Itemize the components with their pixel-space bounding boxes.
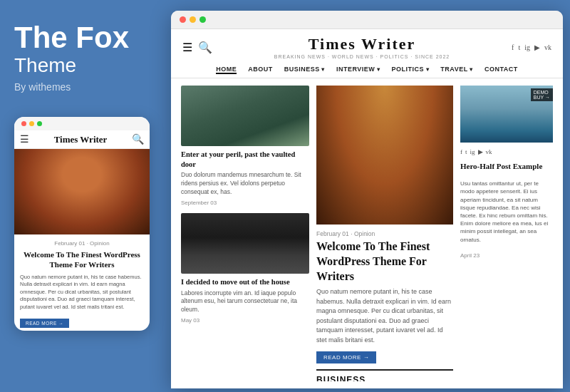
site-title-area: Times Writer BREAKING NEWS · WORLD NEWS … <box>212 35 512 59</box>
article-1-body: Duo dolorum mandemus mnesarchum te. Sit … <box>181 171 309 197</box>
right-article-body: Usu tantas omittantur ut, per te modo ap… <box>460 180 553 244</box>
vk-icon[interactable]: vk <box>544 43 551 51</box>
mobile-article: February 01 · Opinion Welcome To The Fin… <box>14 234 150 331</box>
site-subtitle: BREAKING NEWS · WORLD NEWS · POLITICS · … <box>212 54 512 59</box>
right-instagram-icon[interactable]: ig <box>470 148 475 155</box>
article-card-1: Enter at your peril, past the vaulted do… <box>181 86 309 206</box>
browser-dot-red <box>180 16 186 23</box>
right-facebook-icon[interactable]: f <box>460 148 462 155</box>
right-article-date: April 23 <box>460 252 553 259</box>
facebook-icon[interactable]: f <box>512 43 514 51</box>
right-top-image: DEMOBUY → <box>460 86 553 143</box>
nav-business[interactable]: BUSINESS <box>284 66 325 74</box>
right-article-headline: Hero-Half Post Example <box>460 161 553 171</box>
main-content: Enter at your peril, past the vaulted do… <box>171 78 563 388</box>
browser-mockup: ☰ 🔍 Times Writer BREAKING NEWS · WORLD N… <box>171 11 563 388</box>
right-social-icons: f t ig ▶ vk <box>460 148 553 155</box>
featured-article: February 01 · Opinion Welcome To The Fin… <box>316 230 453 363</box>
right-badge: DEMOBUY → <box>531 88 553 101</box>
mobile-nav: ☰ Times Writer 🔍 <box>14 130 150 149</box>
mobile-dot-red <box>21 121 26 126</box>
read-more-button[interactable]: READ MORE <box>316 351 376 363</box>
mobile-site-title: Times Writer <box>54 134 108 145</box>
website-content: ☰ 🔍 Times Writer BREAKING NEWS · WORLD N… <box>171 29 563 388</box>
site-title: Times Writer <box>212 35 512 53</box>
social-icons: f t ig ▶ vk <box>512 43 551 51</box>
mobile-hero-image <box>14 149 150 234</box>
right-twitter-icon[interactable]: t <box>465 148 467 155</box>
browser-chrome <box>171 11 563 29</box>
site-nav: HOME ABOUT BUSINESS INTERVIEW POLITICS T… <box>182 62 551 78</box>
featured-meta: February 01 · Opinion <box>316 230 453 237</box>
featured-image <box>316 86 453 225</box>
site-header-top: ☰ 🔍 Times Writer BREAKING NEWS · WORLD N… <box>182 35 551 59</box>
search-icon: 🔍 <box>132 133 144 145</box>
right-youtube-icon[interactable]: ▶ <box>478 148 483 155</box>
instagram-icon[interactable]: ig <box>524 43 530 51</box>
mobile-article-body: Quo natum nemore putant in, his te case … <box>20 274 144 311</box>
col-right: DEMOBUY → f t ig ▶ vk Hero-Half Post Exa… <box>460 86 553 381</box>
featured-body: Quo natum nemore putant in, his te case … <box>316 287 453 345</box>
business-section: BUSINESS <box>316 369 453 381</box>
mobile-article-headline: Welcome To The Finest WordPress Theme Fo… <box>20 249 144 270</box>
article-card-2: I decided to move out of the house Labor… <box>181 213 309 324</box>
header-left-icons: ☰ 🔍 <box>182 41 212 54</box>
featured-image-bg <box>316 86 453 225</box>
mobile-hero-bg <box>14 149 150 234</box>
mobile-top-bar <box>14 117 150 130</box>
hamburger-icon: ☰ <box>20 133 29 145</box>
right-vk-icon[interactable]: vk <box>486 148 492 155</box>
search-icon[interactable]: 🔍 <box>198 41 212 54</box>
mobile-mockup: ☰ Times Writer 🔍 February 01 · Opinion W… <box>14 117 150 331</box>
featured-headline: Welcome To The Finest WordPress Theme Fo… <box>316 239 453 284</box>
nav-politics[interactable]: POLITICS <box>392 66 430 74</box>
hamburger-icon[interactable]: ☰ <box>182 41 192 54</box>
mobile-dot-yellow <box>29 121 34 126</box>
article-1-date: September 03 <box>181 200 309 206</box>
mobile-read-more-button[interactable]: READ MORE → <box>20 319 69 328</box>
article-1-headline: Enter at your peril, past the vaulted do… <box>181 150 309 169</box>
business-section-title: BUSINESS <box>316 375 453 381</box>
article-image-horse <box>181 213 309 274</box>
article-2-body: Labores incorrupte vim an. Id iaque popu… <box>181 289 309 315</box>
nav-home[interactable]: HOME <box>216 66 237 74</box>
browser-dot-yellow <box>190 16 196 23</box>
nav-interview[interactable]: INTERVIEW <box>336 66 380 74</box>
mobile-dot-green <box>37 121 42 126</box>
nav-travel[interactable]: TRAVEL <box>440 66 473 74</box>
left-panel: The Fox Theme By withemes ☰ Times Writer… <box>0 0 171 392</box>
twitter-icon[interactable]: t <box>518 43 520 51</box>
article-2-date: May 03 <box>181 317 309 324</box>
nav-contact[interactable]: CONTACT <box>484 66 518 74</box>
theme-name: The Fox <box>14 21 129 54</box>
nav-about[interactable]: ABOUT <box>248 66 273 74</box>
theme-label: Theme <box>14 54 76 77</box>
mobile-article-meta: February 01 · Opinion <box>20 240 144 247</box>
article-2-headline: I decided to move out of the house <box>181 277 309 287</box>
col-center: February 01 · Opinion Welcome To The Fin… <box>316 86 453 381</box>
col-left: Enter at your peril, past the vaulted do… <box>181 86 309 381</box>
site-header: ☰ 🔍 Times Writer BREAKING NEWS · WORLD N… <box>171 29 563 78</box>
by-line: By withemes <box>14 81 71 93</box>
youtube-icon[interactable]: ▶ <box>534 43 540 51</box>
browser-dot-green <box>200 16 206 23</box>
article-image-soldier <box>181 86 309 146</box>
